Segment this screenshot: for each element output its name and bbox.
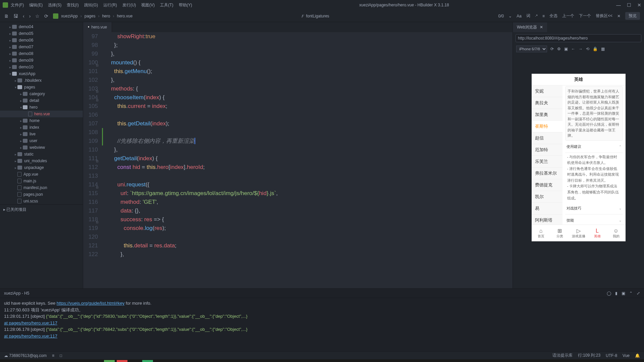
hero-list-item[interactable]: 费德提克 — [532, 179, 562, 191]
folder-item[interactable]: ▾hero — [0, 104, 83, 111]
file-item[interactable]: App.vue — [0, 171, 83, 178]
task-view-icon[interactable]: ◧ — [15, 360, 25, 362]
hero-list-item[interactable]: 厄加特 — [532, 144, 562, 156]
folder-item[interactable]: ▸demo05 — [0, 30, 83, 37]
list-toggle[interactable]: ≡ — [542, 14, 545, 18]
chrome-icon[interactable]: ◉ — [53, 360, 64, 362]
folder-item[interactable]: ▸webview — [0, 144, 83, 151]
refresh-icon[interactable]: ⟳ — [44, 13, 48, 19]
clear-icon[interactable]: ▣ — [622, 291, 625, 296]
console-output[interactable]: uld have explicit keys. See https://vuej… — [0, 298, 644, 351]
folder-item[interactable]: ▸uni_modules — [0, 158, 83, 164]
hero-list-item[interactable]: 加里奥 — [532, 109, 562, 121]
closed-projects[interactable]: ▸ 已关闭项目 — [0, 204, 83, 215]
close-icon[interactable]: ✕ — [540, 25, 543, 29]
hero-list-item[interactable]: 赵信 — [532, 132, 562, 144]
file-explorer[interactable]: ▸demo04▸demo05▸demo06▸demo07▸demo08▸demo… — [0, 22, 83, 288]
folder-item[interactable]: ▸detail — [0, 97, 83, 104]
tabbar-item[interactable]: ▷游戏直播 — [569, 225, 588, 241]
language-mode[interactable]: Vue — [623, 353, 630, 358]
browser-tab[interactable]: Web浏览器 ✕ — [513, 22, 547, 32]
app-icon[interactable]: T — [66, 360, 76, 362]
hero-list-item[interactable]: 安妮 — [532, 85, 562, 97]
breadcrumb-item[interactable]: hero.vue — [117, 14, 132, 18]
star-icon[interactable]: ☆ — [35, 13, 40, 19]
folder-item[interactable]: ▸demo07 — [0, 44, 83, 50]
file-item[interactable]: pages.json — [0, 191, 83, 198]
folder-item[interactable]: ▾pages — [0, 84, 83, 90]
folder-item[interactable]: ▸index — [0, 124, 83, 131]
hero-detail[interactable]: 手和诈骗惯犯，世界上任何有人烟的地方都有他施展魅力和赌艺的足迹。让那些富人和痴人… — [562, 85, 626, 225]
menu-item[interactable]: 选择(S) — [48, 2, 61, 8]
reload-icon[interactable]: ⟳ — [550, 47, 554, 51]
folder-item[interactable]: ▸home — [0, 117, 83, 124]
folder-item[interactable]: ▸demo08 — [0, 50, 83, 57]
menu-item[interactable]: 编辑(E) — [29, 2, 43, 8]
minimize-button[interactable]: — — [616, 2, 621, 8]
save-icon[interactable]: 🖫 — [13, 13, 18, 19]
hero-list-item[interactable]: 奥拉夫 — [532, 97, 562, 109]
accordion-header[interactable]: 对战技巧⌄ — [565, 202, 623, 215]
regex-toggle[interactable]: ·* — [535, 14, 538, 18]
tabbar-item[interactable]: ⌂首页 — [532, 225, 550, 241]
account-info[interactable]: ☁ 736907613@qq.com — [4, 353, 47, 358]
expand-icon[interactable]: ⤢ — [637, 291, 640, 296]
folder-item[interactable]: ▸demo04 — [0, 23, 83, 30]
word-toggle[interactable]: 词 — [526, 13, 530, 19]
file-item[interactable]: uni.scss — [0, 198, 83, 204]
hero-list-item[interactable]: 弗拉基米尔 — [532, 168, 562, 179]
breadcrumb-item[interactable]: hero — [102, 14, 110, 18]
folder-item[interactable]: ▸unpackage — [0, 164, 83, 171]
screenshot-icon[interactable]: ▣ — [564, 47, 568, 51]
menu-item[interactable]: 查找(I) — [67, 2, 78, 8]
device-selector[interactable]: iPhone 6/7/8 — [516, 46, 547, 52]
forward-icon[interactable]: → — [579, 47, 583, 51]
folder-item[interactable]: ▸user — [0, 137, 83, 144]
tabbar-item[interactable]: ☺我的 — [607, 225, 626, 241]
breadcrumb-item[interactable]: pages — [85, 14, 96, 18]
chevron-down-icon[interactable]: ⌄ — [508, 14, 512, 18]
firefox-icon[interactable]: 🦊 — [91, 360, 102, 362]
menu-item[interactable]: 工具(T) — [160, 2, 173, 8]
app-icon[interactable]: ▦ — [78, 360, 89, 362]
browser-url-input[interactable] — [516, 34, 641, 42]
lock-icon[interactable]: 🔒 — [593, 47, 598, 51]
qr-icon[interactable]: ▦ — [601, 47, 605, 51]
vscode-icon[interactable]: ⧉ — [40, 360, 51, 362]
folder-item[interactable]: ▸.hbuilderx — [0, 77, 83, 84]
close-button[interactable]: ✕ — [637, 2, 641, 8]
case-toggle[interactable]: Aa — [517, 14, 522, 18]
refresh-icon[interactable]: ⟲ — [586, 47, 589, 51]
next-button[interactable]: 下一个 — [579, 13, 591, 19]
app-icon[interactable]: W — [129, 360, 140, 362]
breadcrumb-item[interactable]: xueziApp — [61, 14, 77, 18]
encoding[interactable]: UTF-8 — [606, 353, 617, 358]
folder-item[interactable]: ▸demo09 — [0, 57, 83, 64]
status-icon[interactable]: ≡ — [52, 353, 54, 358]
menu-item[interactable]: 跳转(G) — [84, 2, 98, 8]
settings-icon[interactable]: ⚙ — [557, 47, 561, 51]
file-item[interactable]: manifest.json — [0, 184, 83, 191]
folder-item[interactable]: ▸live — [0, 131, 83, 137]
file-item[interactable]: hero.vue — [0, 111, 83, 117]
menu-item[interactable]: 帮助(Y) — [179, 2, 192, 8]
start-button[interactable]: ⊞ — [2, 360, 13, 362]
menu-item[interactable]: 发行(U) — [122, 2, 136, 8]
hero-list[interactable]: 安妮奥拉夫加里奥崔斯特赵信厄加特乐芙兰弗拉基米尔费德提克凯尔易阿利斯塔瑞兹赛恩希… — [532, 85, 562, 225]
editor-tab[interactable]: • hero.vue — [83, 22, 112, 32]
hero-list-item[interactable]: 崔斯特 — [532, 121, 562, 132]
pause-icon[interactable]: ▮ — [615, 291, 618, 296]
hero-list-item[interactable]: 阿利斯塔 — [532, 215, 562, 225]
folder-item[interactable]: ▸demo06 — [0, 37, 83, 44]
file-item[interactable]: main.js — [0, 178, 83, 184]
folder-item[interactable]: ▾xueziApp — [0, 70, 83, 77]
app-icon[interactable]: ▣ — [104, 360, 115, 362]
menu-item[interactable]: 视图(V) — [141, 2, 155, 8]
collapse-icon[interactable]: ⌃ — [629, 291, 633, 296]
tabbar-item[interactable]: L英雄 — [588, 225, 607, 241]
notifications-icon[interactable]: 🔔 — [635, 353, 640, 358]
menu-item[interactable]: 文件(F) — [11, 2, 24, 8]
accordion-header[interactable]: 使用建议⌃ — [565, 141, 623, 153]
prev-button[interactable]: 上一个 — [562, 13, 574, 19]
code-editor[interactable]: 979899100⊟101102103⊟104⊟1051061071081091… — [83, 32, 513, 288]
